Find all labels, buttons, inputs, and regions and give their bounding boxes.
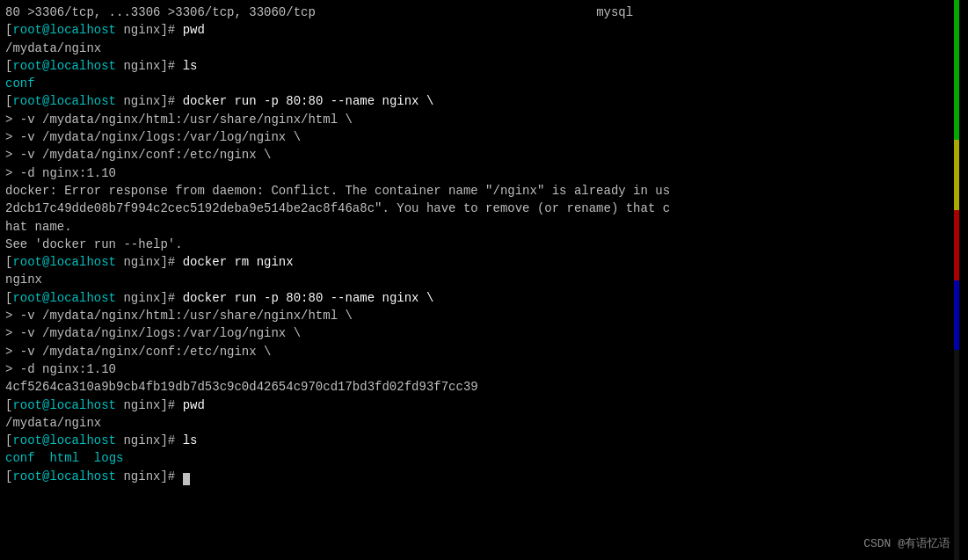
terminal-line: > -v /mydata/nginx/conf:/etc/nginx \ xyxy=(5,343,963,360)
terminal-line: > -v /mydata/nginx/logs:/var/log/nginx \ xyxy=(5,324,963,342)
terminal-line: hat name. xyxy=(5,218,963,236)
terminal-line: [root@localhost nginx]# xyxy=(5,468,963,485)
terminal-line: > -v /mydata/nginx/html:/usr/share/nginx… xyxy=(5,307,963,324)
terminal-line: /mydata/nginx xyxy=(5,414,963,432)
terminal-line: nginx xyxy=(5,271,963,288)
terminal-line: [root@localhost nginx]# ls xyxy=(5,432,963,449)
terminal-line: [root@localhost nginx]# pwd xyxy=(5,21,963,39)
terminal-line: [root@localhost nginx]# pwd xyxy=(5,396,963,414)
bar-yellow xyxy=(954,140,959,210)
terminal: 80 >3306/tcp, ...3306 >3306/tcp, 33060/t… xyxy=(0,0,968,560)
terminal-line: > -v /mydata/nginx/conf:/etc/nginx \ xyxy=(5,146,963,164)
terminal-line: [root@localhost nginx]# docker run -p 80… xyxy=(5,289,963,307)
watermark: CSDN @有语忆语 xyxy=(863,535,950,551)
terminal-line: conf xyxy=(5,75,963,92)
terminal-line: [root@localhost nginx]# docker run -p 80… xyxy=(5,92,963,110)
terminal-line: > -d nginx:1.10 xyxy=(5,164,963,182)
terminal-line: 2dcb17c49dde08b7f994c2cec5192deba9e514be… xyxy=(5,200,963,217)
cursor xyxy=(183,473,190,485)
terminal-line: 80 >3306/tcp, ...3306 >3306/tcp, 33060/t… xyxy=(5,4,963,21)
terminal-line: [root@localhost nginx]# ls xyxy=(5,57,963,75)
bar-blue xyxy=(954,280,959,351)
bar-dark xyxy=(954,350,959,560)
terminal-line: > -v /mydata/nginx/logs:/var/log/nginx \ xyxy=(5,128,963,146)
bar-red xyxy=(954,210,959,280)
terminal-content: 80 >3306/tcp, ...3306 >3306/tcp, 33060/t… xyxy=(5,4,963,485)
terminal-line: docker: Error response from daemon: Conf… xyxy=(5,182,963,200)
status-bars xyxy=(954,0,959,560)
terminal-line: [root@localhost nginx]# docker rm nginx xyxy=(5,253,963,271)
terminal-line: > -v /mydata/nginx/html:/usr/share/nginx… xyxy=(5,111,963,128)
terminal-line: conf html logs xyxy=(5,449,963,467)
terminal-line: See 'docker run --help'. xyxy=(5,236,963,253)
terminal-line: /mydata/nginx xyxy=(5,40,963,57)
bar-green xyxy=(954,0,959,140)
terminal-line: > -d nginx:1.10 xyxy=(5,360,963,378)
terminal-line: 4cf5264ca310a9b9cb4fb19db7d53c9c0d42654c… xyxy=(5,378,963,396)
